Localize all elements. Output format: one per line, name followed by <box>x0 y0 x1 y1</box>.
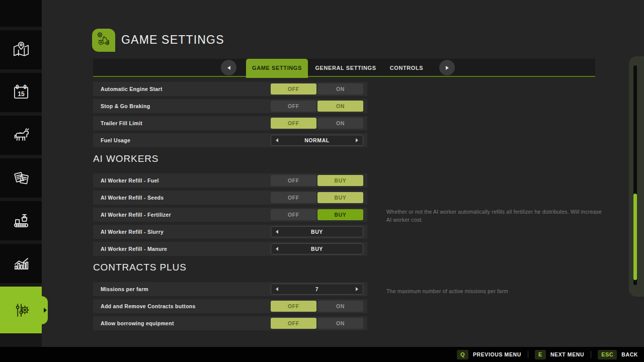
toggle-option-off[interactable]: OFF <box>271 101 316 112</box>
setting-row: AI Worker Refill - SlurryBUY <box>93 225 367 239</box>
section-heading: AI WORKERS <box>93 152 367 166</box>
sidebar-item-contracts[interactable] <box>0 158 42 198</box>
hint-label: PREVIOUS MENU <box>473 351 521 357</box>
production-line-icon <box>11 210 32 231</box>
setting-label: AI Worker Refill - Seeds <box>101 195 164 201</box>
chevron-left-icon <box>227 66 230 70</box>
cow-icon <box>11 125 32 146</box>
stepper-value: 7 <box>315 286 318 292</box>
sidebar-item-animals[interactable] <box>0 116 42 155</box>
scrollbar <box>629 56 644 297</box>
toggle-option-off[interactable]: OFF <box>271 83 316 95</box>
sidebar: 15 <box>0 0 42 347</box>
toggle-control: OFFBUY <box>271 192 363 203</box>
setting-label: AI Worker Refill - Slurry <box>101 229 164 235</box>
setting-row: AI Worker Refill - ManureBUY <box>93 242 367 256</box>
key-hint-previous-menu[interactable]: QPREVIOUS MENU <box>457 350 521 359</box>
stepper-left-arrow-icon[interactable] <box>276 287 278 291</box>
sidebar-empty-slot <box>0 0 42 27</box>
sidebar-item-production[interactable] <box>0 201 42 240</box>
stepper-left-arrow-icon[interactable] <box>276 230 278 234</box>
stepper-control[interactable]: 7 <box>271 284 363 295</box>
toggle-option-off[interactable]: OFF <box>271 175 316 186</box>
sliders-gear-icon <box>11 300 32 321</box>
sidebar-item-calendar[interactable]: 15 <box>0 73 42 112</box>
toggle-option-on[interactable]: ON <box>317 301 363 312</box>
stepper-value: NORMAL <box>304 137 330 143</box>
stepper-control[interactable]: BUY <box>271 226 363 237</box>
stepper-control[interactable]: BUY <box>271 243 363 254</box>
toggle-control: OFFON <box>271 318 363 329</box>
scrollbar-thumb[interactable] <box>633 194 637 280</box>
tabs-next-button[interactable] <box>439 60 455 75</box>
stepper-control[interactable]: NORMAL <box>271 135 363 146</box>
game-settings-screen: 15 <box>0 0 644 362</box>
toggle-control: OFFBUY <box>271 175 363 186</box>
keycap-q: Q <box>457 350 468 359</box>
toggle-option-buy[interactable]: BUY <box>317 209 363 220</box>
toggle-option-off[interactable]: OFF <box>271 318 316 329</box>
setting-label: Automatic Engine Start <box>101 86 163 92</box>
toggle-option-buy[interactable]: BUY <box>317 192 363 203</box>
sidebar-item-settings[interactable] <box>0 287 42 333</box>
setting-label: AI Worker Refill - Manure <box>101 246 167 252</box>
setting-row: AI Worker Refill - SeedsOFFBUY <box>93 191 367 205</box>
toggle-option-on[interactable]: ON <box>317 318 363 329</box>
toggle-option-on[interactable]: ON <box>317 101 363 112</box>
tabs-previous-button[interactable] <box>221 60 236 75</box>
tab-game-settings[interactable]: GAME SETTINGS <box>246 59 308 78</box>
svg-text:15: 15 <box>18 90 25 98</box>
sidebar-item-map[interactable] <box>0 30 42 69</box>
setting-row: AI Worker Refill - FertilizerOFFBUY <box>93 208 367 222</box>
key-hint-next-menu[interactable]: ENEXT MENU <box>535 350 584 359</box>
bottom-hint-bar: QPREVIOUS MENUENEXT MENUESCBACK <box>0 347 644 362</box>
toggle-control: OFFON <box>271 101 363 112</box>
active-pointer-icon <box>44 308 47 313</box>
scrollbar-track[interactable] <box>633 65 637 285</box>
toggle-control: OFFON <box>271 118 363 129</box>
setting-label: AI Worker Refill - Fertilizer <box>101 212 171 218</box>
stepper-left-arrow-icon[interactable] <box>276 247 278 251</box>
keycap-e: E <box>535 350 546 359</box>
tab-strip: GAME SETTINGS GENERAL SETTINGS CONTROLS <box>93 59 595 77</box>
key-hint-back[interactable]: ESCBACK <box>598 350 638 359</box>
toggle-option-on[interactable]: ON <box>317 118 363 129</box>
hint-separator <box>528 351 528 358</box>
setting-label: Add and Remove Contracts buttons <box>101 303 196 309</box>
toggle-control: OFFBUY <box>271 209 363 220</box>
setting-row: AI Worker Refill - FuelOFFBUY <box>93 173 367 188</box>
setting-row: Trailer Fill LimitOFFON <box>93 116 367 130</box>
section-heading: CONTRACTS PLUS <box>93 260 367 275</box>
tab-general-settings[interactable]: GENERAL SETTINGS <box>309 59 382 77</box>
calendar-icon: 15 <box>11 82 32 103</box>
setting-row: Fuel UsageNORMAL <box>93 133 367 147</box>
tractor-gear-icon <box>94 29 114 51</box>
toggle-option-off[interactable]: OFF <box>271 301 316 312</box>
setting-row: Stop & Go BrakingOFFON <box>93 99 367 113</box>
toggle-option-off[interactable]: OFF <box>271 118 316 129</box>
stepper-left-arrow-icon[interactable] <box>276 138 278 142</box>
setting-label: Fuel Usage <box>101 137 130 143</box>
toggle-option-buy[interactable]: BUY <box>317 175 363 186</box>
toggle-control: OFFON <box>271 83 363 95</box>
page-title: GAME SETTINGS <box>121 33 224 47</box>
stepper-value: BUY <box>311 246 323 252</box>
stepper-right-arrow-icon[interactable] <box>356 138 358 142</box>
page-icon-badge <box>92 29 115 52</box>
setting-label: Stop & Go Braking <box>101 103 150 109</box>
tab-controls[interactable]: CONTROLS <box>373 59 440 77</box>
setting-row: Allow borrowing equipmentOFFON <box>93 316 367 330</box>
setting-label: Missions per farm <box>101 286 148 292</box>
hint-separator <box>591 351 591 358</box>
setting-row: Automatic Engine StartOFFON <box>93 82 367 96</box>
toggle-option-on[interactable]: ON <box>317 83 363 95</box>
toggle-option-off[interactable]: OFF <box>271 209 316 220</box>
setting-label: Allow borrowing equipment <box>101 320 174 326</box>
setting-description-fertilizer: Whether or not the AI worker automatical… <box>386 208 608 224</box>
toggle-control: OFFON <box>271 301 363 312</box>
sidebar-item-statistics[interactable] <box>0 244 42 283</box>
hint-label: NEXT MENU <box>550 351 584 357</box>
toggle-option-off[interactable]: OFF <box>271 192 316 203</box>
setting-row: Add and Remove Contracts buttonsOFFON <box>93 299 367 313</box>
stepper-right-arrow-icon[interactable] <box>356 287 358 291</box>
